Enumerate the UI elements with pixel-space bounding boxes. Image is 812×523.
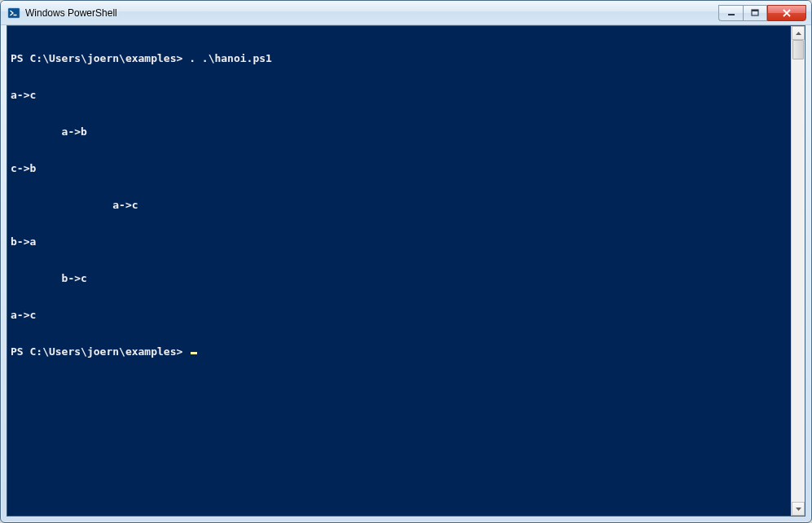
output-line: PS C:\Users\joern\examples> . .\hanoi.ps…: [11, 52, 791, 64]
scroll-track[interactable]: [792, 40, 805, 502]
output-line: a->b: [11, 125, 791, 138]
client-area: PS C:\Users\joern\examples> . .\hanoi.ps…: [7, 25, 805, 516]
vertical-scrollbar: [791, 26, 805, 516]
output-line: b->c: [11, 272, 791, 284]
close-button[interactable]: [767, 5, 806, 21]
terminal-output[interactable]: PS C:\Users\joern\examples> . .\hanoi.ps…: [7, 26, 791, 516]
prompt-text: PS C:\Users\joern\examples>: [11, 345, 189, 358]
window-title: Windows PowerShell: [25, 7, 718, 19]
minimize-button[interactable]: [718, 5, 743, 21]
powershell-icon: [7, 7, 20, 20]
titlebar[interactable]: Windows PowerShell: [1, 1, 811, 25]
svg-rect-0: [8, 8, 20, 18]
output-line: a->c: [11, 309, 791, 321]
scroll-thumb[interactable]: [792, 40, 804, 59]
svg-rect-1: [728, 14, 735, 15]
output-line: b->a: [11, 235, 791, 248]
prompt-line[interactable]: PS C:\Users\joern\examples>: [11, 345, 791, 358]
powershell-window: Windows PowerShell PS C:\Users: [0, 0, 812, 523]
output-line: a->c: [11, 199, 791, 211]
cursor: [191, 352, 197, 354]
window-controls: [718, 5, 806, 21]
scroll-down-button[interactable]: [792, 502, 805, 516]
scroll-up-button[interactable]: [792, 26, 805, 40]
svg-rect-3: [752, 10, 758, 11]
maximize-button[interactable]: [743, 5, 767, 21]
output-line: c->b: [11, 162, 791, 174]
output-line: a->c: [11, 89, 791, 101]
